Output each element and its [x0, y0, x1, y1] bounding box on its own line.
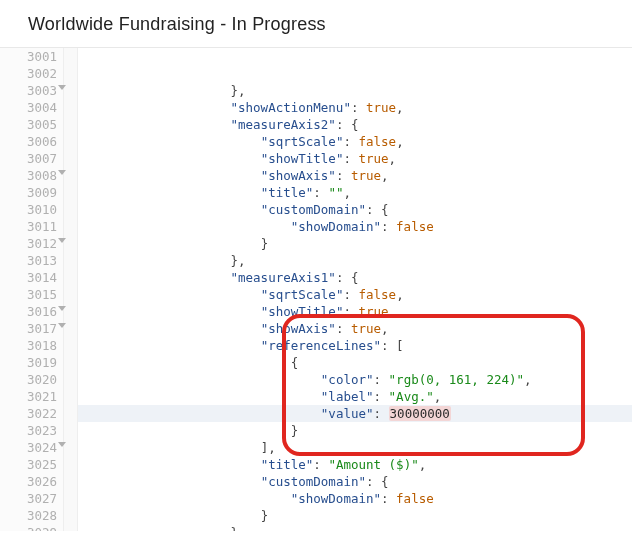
fold-toggle-icon[interactable]	[58, 238, 66, 243]
code-line[interactable]: "label": "Avg.",	[78, 388, 632, 405]
code-line[interactable]: "showTitle": true,	[78, 303, 632, 320]
line-number: 3001	[0, 48, 63, 65]
fold-toggle-icon[interactable]	[58, 170, 66, 175]
code-body[interactable]: }, "showActionMenu": true, "measureAxis2…	[78, 48, 632, 531]
code-line[interactable]: ],	[78, 439, 632, 456]
line-number: 3011	[0, 218, 63, 235]
code-line[interactable]: }	[78, 507, 632, 524]
code-editor[interactable]: 3001300230033004300530063007300830093010…	[0, 48, 632, 531]
code-line[interactable]: "showDomain": false	[78, 218, 632, 235]
code-line[interactable]: {	[78, 354, 632, 371]
line-number: 3024	[0, 439, 63, 456]
code-line[interactable]: "title": "",	[78, 184, 632, 201]
code-line[interactable]: },	[78, 524, 632, 531]
line-number-gutter: 3001300230033004300530063007300830093010…	[0, 48, 64, 531]
line-number: 3010	[0, 201, 63, 218]
code-line[interactable]: }	[78, 235, 632, 252]
page-title: Worldwide Fundraising - In Progress	[28, 14, 604, 35]
line-number: 3017	[0, 320, 63, 337]
line-number: 3007	[0, 150, 63, 167]
page-header: Worldwide Fundraising - In Progress	[0, 0, 632, 48]
fold-column	[64, 48, 78, 531]
code-line[interactable]: "customDomain": {	[78, 473, 632, 490]
code-line[interactable]: "measureAxis1": {	[78, 269, 632, 286]
line-number: 3019	[0, 354, 63, 371]
highlighted-value: 30000000	[389, 406, 451, 421]
line-number: 3028	[0, 507, 63, 524]
line-number: 3008	[0, 167, 63, 184]
code-line[interactable]: "sqrtScale": false,	[78, 133, 632, 150]
code-line[interactable]: }	[78, 422, 632, 439]
line-number: 3026	[0, 473, 63, 490]
line-number: 3029	[0, 524, 63, 531]
code-line[interactable]: "value": 30000000	[78, 405, 632, 422]
line-number: 3025	[0, 456, 63, 473]
code-line[interactable]: },	[78, 82, 632, 99]
line-number: 3009	[0, 184, 63, 201]
code-line[interactable]: "sqrtScale": false,	[78, 286, 632, 303]
code-line[interactable]: "showTitle": true,	[78, 150, 632, 167]
line-number: 3005	[0, 116, 63, 133]
line-number: 3013	[0, 252, 63, 269]
fold-toggle-icon[interactable]	[58, 442, 66, 447]
line-number: 3015	[0, 286, 63, 303]
code-line[interactable]: "showAxis": true,	[78, 320, 632, 337]
line-number: 3022	[0, 405, 63, 422]
line-number: 3012	[0, 235, 63, 252]
code-line[interactable]: "showAxis": true,	[78, 167, 632, 184]
code-line[interactable]: "title": "Amount ($)",	[78, 456, 632, 473]
line-number: 3004	[0, 99, 63, 116]
line-number: 3027	[0, 490, 63, 507]
line-number: 3002	[0, 65, 63, 82]
line-number: 3021	[0, 388, 63, 405]
line-number: 3023	[0, 422, 63, 439]
code-line[interactable]: "customDomain": {	[78, 201, 632, 218]
line-number: 3014	[0, 269, 63, 286]
fold-toggle-icon[interactable]	[58, 306, 66, 311]
code-line[interactable]: "measureAxis2": {	[78, 116, 632, 133]
code-line[interactable]: "color": "rgb(0, 161, 224)",	[78, 371, 632, 388]
code-line[interactable]: "showActionMenu": true,	[78, 99, 632, 116]
line-number: 3006	[0, 133, 63, 150]
fold-toggle-icon[interactable]	[58, 323, 66, 328]
code-line[interactable]: "referenceLines": [	[78, 337, 632, 354]
line-number: 3016	[0, 303, 63, 320]
code-line[interactable]: "showDomain": false	[78, 490, 632, 507]
line-number: 3018	[0, 337, 63, 354]
fold-toggle-icon[interactable]	[58, 85, 66, 90]
code-line[interactable]: },	[78, 252, 632, 269]
line-number: 3020	[0, 371, 63, 388]
line-number: 3003	[0, 82, 63, 99]
